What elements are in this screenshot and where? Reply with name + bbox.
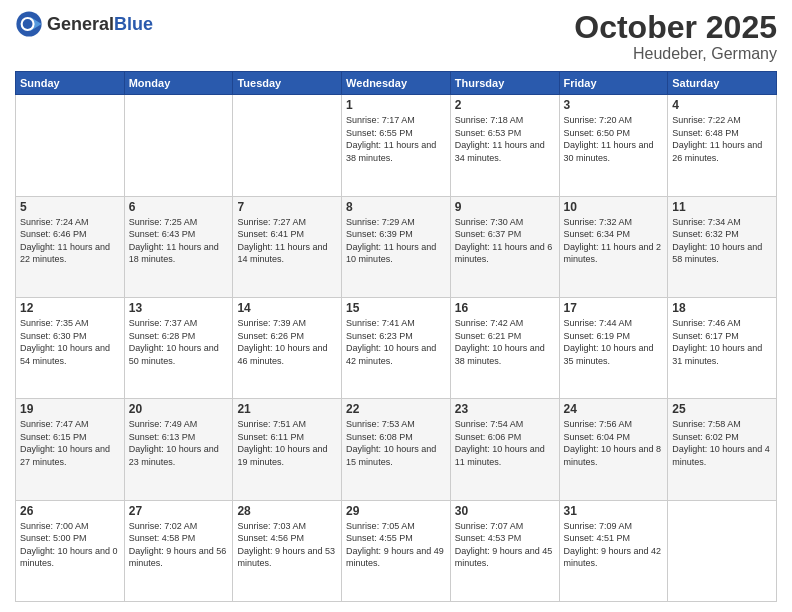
weekday-header-monday: Monday: [124, 72, 233, 95]
day-info: Sunrise: 7:34 AM Sunset: 6:32 PM Dayligh…: [672, 216, 772, 266]
calendar-cell: 3Sunrise: 7:20 AM Sunset: 6:50 PM Daylig…: [559, 95, 668, 196]
day-info: Sunrise: 7:17 AM Sunset: 6:55 PM Dayligh…: [346, 114, 446, 164]
day-number: 16: [455, 301, 555, 315]
calendar-cell: 17Sunrise: 7:44 AM Sunset: 6:19 PM Dayli…: [559, 297, 668, 398]
header: General Blue October 2025 Heudeber, Germ…: [15, 10, 777, 63]
title-block: October 2025 Heudeber, Germany: [574, 10, 777, 63]
day-info: Sunrise: 7:05 AM Sunset: 4:55 PM Dayligh…: [346, 520, 446, 570]
weekday-header-saturday: Saturday: [668, 72, 777, 95]
day-number: 7: [237, 200, 337, 214]
calendar-cell: 25Sunrise: 7:58 AM Sunset: 6:02 PM Dayli…: [668, 399, 777, 500]
day-number: 15: [346, 301, 446, 315]
day-number: 14: [237, 301, 337, 315]
logo-blue: Blue: [114, 14, 153, 35]
day-number: 5: [20, 200, 120, 214]
day-info: Sunrise: 7:37 AM Sunset: 6:28 PM Dayligh…: [129, 317, 229, 367]
day-number: 1: [346, 98, 446, 112]
day-number: 11: [672, 200, 772, 214]
svg-point-3: [23, 19, 33, 29]
weekday-header-thursday: Thursday: [450, 72, 559, 95]
week-row-1: 5Sunrise: 7:24 AM Sunset: 6:46 PM Daylig…: [16, 196, 777, 297]
day-number: 4: [672, 98, 772, 112]
day-number: 20: [129, 402, 229, 416]
calendar-cell: 28Sunrise: 7:03 AM Sunset: 4:56 PM Dayli…: [233, 500, 342, 601]
calendar-cell: 14Sunrise: 7:39 AM Sunset: 6:26 PM Dayli…: [233, 297, 342, 398]
day-number: 27: [129, 504, 229, 518]
day-info: Sunrise: 7:53 AM Sunset: 6:08 PM Dayligh…: [346, 418, 446, 468]
calendar-cell: 21Sunrise: 7:51 AM Sunset: 6:11 PM Dayli…: [233, 399, 342, 500]
calendar-cell: 13Sunrise: 7:37 AM Sunset: 6:28 PM Dayli…: [124, 297, 233, 398]
calendar-cell: 12Sunrise: 7:35 AM Sunset: 6:30 PM Dayli…: [16, 297, 125, 398]
weekday-header-row: SundayMondayTuesdayWednesdayThursdayFrid…: [16, 72, 777, 95]
calendar-cell: [124, 95, 233, 196]
day-info: Sunrise: 7:27 AM Sunset: 6:41 PM Dayligh…: [237, 216, 337, 266]
page: General Blue October 2025 Heudeber, Germ…: [0, 0, 792, 612]
calendar-cell: 7Sunrise: 7:27 AM Sunset: 6:41 PM Daylig…: [233, 196, 342, 297]
day-info: Sunrise: 7:49 AM Sunset: 6:13 PM Dayligh…: [129, 418, 229, 468]
day-info: Sunrise: 7:51 AM Sunset: 6:11 PM Dayligh…: [237, 418, 337, 468]
day-info: Sunrise: 7:07 AM Sunset: 4:53 PM Dayligh…: [455, 520, 555, 570]
day-number: 22: [346, 402, 446, 416]
day-info: Sunrise: 7:02 AM Sunset: 4:58 PM Dayligh…: [129, 520, 229, 570]
calendar-cell: 22Sunrise: 7:53 AM Sunset: 6:08 PM Dayli…: [342, 399, 451, 500]
day-info: Sunrise: 7:22 AM Sunset: 6:48 PM Dayligh…: [672, 114, 772, 164]
day-info: Sunrise: 7:32 AM Sunset: 6:34 PM Dayligh…: [564, 216, 664, 266]
calendar-cell: 16Sunrise: 7:42 AM Sunset: 6:21 PM Dayli…: [450, 297, 559, 398]
weekday-header-tuesday: Tuesday: [233, 72, 342, 95]
day-number: 21: [237, 402, 337, 416]
day-number: 8: [346, 200, 446, 214]
day-info: Sunrise: 7:18 AM Sunset: 6:53 PM Dayligh…: [455, 114, 555, 164]
weekday-header-sunday: Sunday: [16, 72, 125, 95]
day-number: 30: [455, 504, 555, 518]
day-number: 25: [672, 402, 772, 416]
day-info: Sunrise: 7:54 AM Sunset: 6:06 PM Dayligh…: [455, 418, 555, 468]
calendar-cell: [16, 95, 125, 196]
day-number: 28: [237, 504, 337, 518]
day-number: 9: [455, 200, 555, 214]
calendar-cell: 30Sunrise: 7:07 AM Sunset: 4:53 PM Dayli…: [450, 500, 559, 601]
day-number: 10: [564, 200, 664, 214]
week-row-4: 26Sunrise: 7:00 AM Sunset: 5:00 PM Dayli…: [16, 500, 777, 601]
day-info: Sunrise: 7:09 AM Sunset: 4:51 PM Dayligh…: [564, 520, 664, 570]
calendar-cell: 15Sunrise: 7:41 AM Sunset: 6:23 PM Dayli…: [342, 297, 451, 398]
logo-text: General Blue: [47, 14, 153, 35]
weekday-header-wednesday: Wednesday: [342, 72, 451, 95]
day-info: Sunrise: 7:58 AM Sunset: 6:02 PM Dayligh…: [672, 418, 772, 468]
day-info: Sunrise: 7:29 AM Sunset: 6:39 PM Dayligh…: [346, 216, 446, 266]
day-number: 13: [129, 301, 229, 315]
calendar-cell: [233, 95, 342, 196]
day-number: 3: [564, 98, 664, 112]
day-info: Sunrise: 7:24 AM Sunset: 6:46 PM Dayligh…: [20, 216, 120, 266]
calendar-cell: [668, 500, 777, 601]
calendar-cell: 8Sunrise: 7:29 AM Sunset: 6:39 PM Daylig…: [342, 196, 451, 297]
day-number: 24: [564, 402, 664, 416]
day-info: Sunrise: 7:39 AM Sunset: 6:26 PM Dayligh…: [237, 317, 337, 367]
day-info: Sunrise: 7:03 AM Sunset: 4:56 PM Dayligh…: [237, 520, 337, 570]
day-info: Sunrise: 7:46 AM Sunset: 6:17 PM Dayligh…: [672, 317, 772, 367]
day-number: 18: [672, 301, 772, 315]
calendar-cell: 19Sunrise: 7:47 AM Sunset: 6:15 PM Dayli…: [16, 399, 125, 500]
calendar-cell: 9Sunrise: 7:30 AM Sunset: 6:37 PM Daylig…: [450, 196, 559, 297]
week-row-2: 12Sunrise: 7:35 AM Sunset: 6:30 PM Dayli…: [16, 297, 777, 398]
day-number: 17: [564, 301, 664, 315]
logo: General Blue: [15, 10, 153, 38]
calendar-cell: 24Sunrise: 7:56 AM Sunset: 6:04 PM Dayli…: [559, 399, 668, 500]
calendar-cell: 29Sunrise: 7:05 AM Sunset: 4:55 PM Dayli…: [342, 500, 451, 601]
day-info: Sunrise: 7:00 AM Sunset: 5:00 PM Dayligh…: [20, 520, 120, 570]
calendar-cell: 27Sunrise: 7:02 AM Sunset: 4:58 PM Dayli…: [124, 500, 233, 601]
month-title: October 2025: [574, 10, 777, 45]
day-info: Sunrise: 7:20 AM Sunset: 6:50 PM Dayligh…: [564, 114, 664, 164]
calendar-table: SundayMondayTuesdayWednesdayThursdayFrid…: [15, 71, 777, 602]
day-number: 6: [129, 200, 229, 214]
day-info: Sunrise: 7:25 AM Sunset: 6:43 PM Dayligh…: [129, 216, 229, 266]
location-title: Heudeber, Germany: [574, 45, 777, 63]
calendar-cell: 6Sunrise: 7:25 AM Sunset: 6:43 PM Daylig…: [124, 196, 233, 297]
day-info: Sunrise: 7:41 AM Sunset: 6:23 PM Dayligh…: [346, 317, 446, 367]
calendar-cell: 11Sunrise: 7:34 AM Sunset: 6:32 PM Dayli…: [668, 196, 777, 297]
calendar-cell: 18Sunrise: 7:46 AM Sunset: 6:17 PM Dayli…: [668, 297, 777, 398]
day-info: Sunrise: 7:47 AM Sunset: 6:15 PM Dayligh…: [20, 418, 120, 468]
calendar-cell: 23Sunrise: 7:54 AM Sunset: 6:06 PM Dayli…: [450, 399, 559, 500]
day-info: Sunrise: 7:30 AM Sunset: 6:37 PM Dayligh…: [455, 216, 555, 266]
logo-general: General: [47, 14, 114, 35]
day-number: 19: [20, 402, 120, 416]
